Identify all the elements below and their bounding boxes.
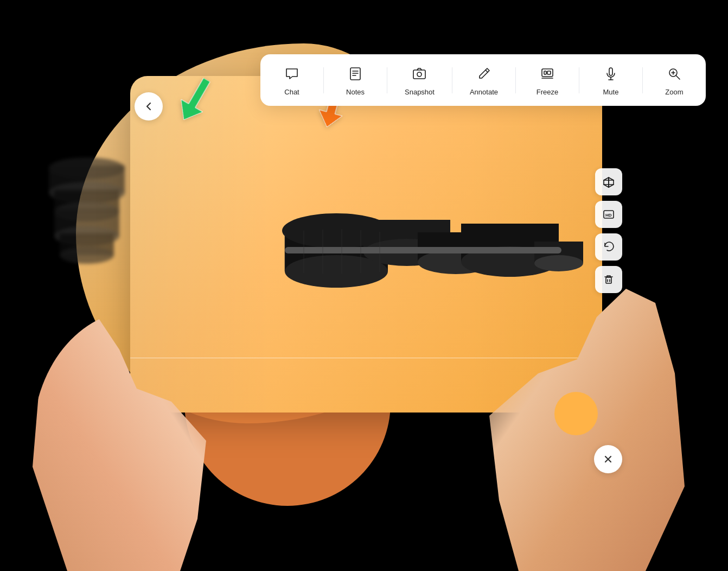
toolbar-divider-6 — [642, 67, 643, 93]
background-blob-small — [554, 392, 598, 435]
annotate-icon — [474, 64, 494, 84]
close-button[interactable] — [594, 445, 622, 473]
tablet-divider-line — [130, 358, 602, 358]
toolbar-item-chat[interactable]: Chat — [278, 64, 306, 96]
svg-rect-43 — [609, 68, 612, 75]
ar-icon — [603, 176, 615, 188]
svg-rect-36 — [413, 70, 425, 79]
toolbar-divider-2 — [387, 67, 387, 93]
svg-rect-25 — [285, 247, 561, 253]
svg-rect-57 — [606, 277, 611, 283]
undo-button[interactable] — [595, 233, 622, 261]
right-controls: HD — [595, 168, 622, 293]
snapshot-icon — [410, 64, 429, 84]
svg-text:HD: HD — [605, 213, 612, 218]
back-button[interactable] — [135, 92, 163, 120]
toolbar-item-freeze[interactable]: Freeze — [533, 64, 561, 96]
scene: Chat Notes — [0, 0, 728, 571]
toolbar: Chat Notes — [260, 54, 706, 106]
toolbar-item-zoom[interactable]: Zoom — [660, 64, 688, 96]
hd-icon: HD — [603, 208, 615, 220]
toolbar-divider-3 — [452, 67, 452, 93]
svg-line-38 — [486, 70, 488, 72]
toolbar-divider-5 — [579, 67, 579, 93]
mute-icon — [601, 64, 621, 84]
svg-point-24 — [534, 255, 583, 271]
ar-button[interactable] — [595, 168, 622, 195]
toolbar-item-annotate[interactable]: Annotate — [470, 64, 498, 96]
notes-label: Notes — [346, 88, 365, 96]
svg-point-8 — [60, 246, 114, 264]
svg-line-47 — [676, 75, 680, 79]
delete-icon — [603, 274, 615, 286]
svg-rect-32 — [350, 68, 360, 80]
toolbar-divider-4 — [515, 67, 516, 93]
zoom-icon — [665, 64, 684, 84]
mute-label: Mute — [603, 88, 619, 96]
svg-rect-41 — [544, 71, 546, 74]
chat-icon — [282, 64, 302, 84]
toolbar-item-snapshot[interactable]: Snapshot — [405, 64, 435, 96]
snapshot-label: Snapshot — [405, 88, 435, 96]
hd-button[interactable]: HD — [595, 201, 622, 228]
toolbar-item-mute[interactable]: Mute — [597, 64, 625, 96]
delete-button[interactable] — [595, 266, 622, 293]
notes-icon — [346, 64, 365, 84]
svg-point-37 — [417, 72, 422, 77]
annotate-label: Annotate — [470, 88, 498, 96]
chat-label: Chat — [284, 88, 299, 96]
svg-rect-42 — [547, 71, 551, 74]
toolbar-divider-1 — [323, 67, 324, 93]
zoom-label: Zoom — [665, 88, 683, 96]
undo-icon — [603, 241, 615, 253]
freeze-label: Freeze — [537, 88, 558, 96]
toolbar-item-notes[interactable]: Notes — [341, 64, 369, 96]
freeze-icon — [538, 64, 557, 84]
